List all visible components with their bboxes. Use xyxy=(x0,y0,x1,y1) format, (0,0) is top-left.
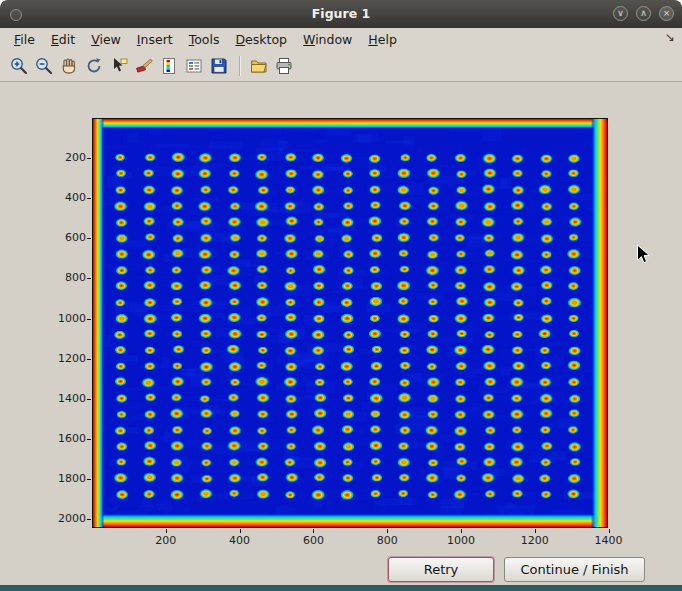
retry-button[interactable]: Retry xyxy=(388,557,494,582)
y-tick-label: 800 xyxy=(44,271,86,284)
menu-file[interactable]: File xyxy=(6,30,43,49)
legend-button[interactable] xyxy=(182,53,206,78)
x-tick-mark xyxy=(461,529,462,533)
y-tick-mark xyxy=(87,479,91,480)
menu-help[interactable]: Help xyxy=(360,30,405,49)
x-tick-mark xyxy=(313,529,314,533)
plot-area xyxy=(92,118,608,528)
legend-icon xyxy=(184,56,204,76)
brush-button[interactable] xyxy=(132,53,156,78)
y-tick-label: 1600 xyxy=(44,432,86,445)
y-tick-mark xyxy=(87,439,91,440)
save-icon xyxy=(209,56,229,76)
menu-bar: FileEditViewInsertToolsDesktopWindowHelp… xyxy=(0,28,682,50)
menu-items: FileEditViewInsertToolsDesktopWindowHelp xyxy=(6,30,405,49)
y-tick-label: 1400 xyxy=(44,392,86,405)
y-tick-label: 2000 xyxy=(44,512,86,525)
zoom-out-icon xyxy=(34,56,54,76)
x-tick-mark xyxy=(535,529,536,533)
y-tick-mark xyxy=(87,399,91,400)
menu-overflow-icon[interactable]: ↘ xyxy=(665,30,675,44)
print-button[interactable] xyxy=(272,53,296,78)
minimize-button[interactable]: ∨ xyxy=(613,6,628,21)
close-button[interactable]: × xyxy=(659,6,674,21)
menu-view[interactable]: View xyxy=(83,30,129,49)
x-tick-mark xyxy=(387,529,388,533)
menu-tools[interactable]: Tools xyxy=(181,30,228,49)
colorbar-icon xyxy=(159,56,179,76)
continue-finish-button[interactable]: Continue / Finish xyxy=(504,557,645,582)
pan-button[interactable] xyxy=(57,53,81,78)
y-tick-label: 1800 xyxy=(44,472,86,485)
x-tick-label: 1400 xyxy=(587,534,631,547)
x-tick-mark xyxy=(609,529,610,533)
print-icon xyxy=(274,56,294,76)
window-title: Figure 1 xyxy=(0,0,682,28)
y-tick-mark xyxy=(87,238,91,239)
menu-edit[interactable]: Edit xyxy=(43,30,83,49)
maximize-button[interactable]: ∧ xyxy=(636,6,651,21)
x-tick-label: 400 xyxy=(218,534,262,547)
figure-window: Figure 1 ∨ ∧ × FileEditViewInsertToolsDe… xyxy=(0,0,682,591)
heatmap-image[interactable] xyxy=(93,119,607,527)
y-tick-label: 1000 xyxy=(44,312,86,325)
open-button[interactable] xyxy=(247,53,271,78)
rotate-3d-icon xyxy=(84,56,104,76)
brush-icon xyxy=(134,56,154,76)
y-tick-label: 200 xyxy=(44,151,86,164)
toolbar-separator xyxy=(239,56,240,76)
y-tick-mark xyxy=(87,319,91,320)
x-tick-label: 600 xyxy=(291,534,335,547)
x-tick-mark xyxy=(166,529,167,533)
window-bottom-border xyxy=(0,585,682,591)
rotate-3d-button[interactable] xyxy=(82,53,106,78)
y-tick-mark xyxy=(87,278,91,279)
figure-content: Retry Continue / Finish 2004006008001000… xyxy=(0,82,682,585)
x-tick-label: 1200 xyxy=(513,534,557,547)
data-cursor-button[interactable] xyxy=(107,53,131,78)
zoom-out-button[interactable] xyxy=(32,53,56,78)
y-tick-mark xyxy=(87,519,91,520)
menu-insert[interactable]: Insert xyxy=(129,30,181,49)
open-icon xyxy=(249,56,269,76)
menu-desktop[interactable]: Desktop xyxy=(227,30,295,49)
pan-icon xyxy=(59,56,79,76)
save-button[interactable] xyxy=(207,53,231,78)
colorbar-button[interactable] xyxy=(157,53,181,78)
x-tick-label: 800 xyxy=(365,534,409,547)
y-tick-label: 600 xyxy=(44,231,86,244)
zoom-in-button[interactable] xyxy=(7,53,31,78)
data-cursor-icon xyxy=(109,56,129,76)
zoom-in-icon xyxy=(9,56,29,76)
y-tick-mark xyxy=(87,359,91,360)
x-tick-mark xyxy=(240,529,241,533)
figure-toolbar xyxy=(0,50,682,82)
y-tick-mark xyxy=(87,158,91,159)
y-tick-label: 400 xyxy=(44,191,86,204)
x-tick-label: 200 xyxy=(144,534,188,547)
y-tick-label: 1200 xyxy=(44,352,86,365)
menu-window[interactable]: Window xyxy=(295,30,360,49)
titlebar[interactable]: Figure 1 ∨ ∧ × xyxy=(0,0,682,29)
y-tick-mark xyxy=(87,198,91,199)
x-tick-label: 1000 xyxy=(439,534,483,547)
